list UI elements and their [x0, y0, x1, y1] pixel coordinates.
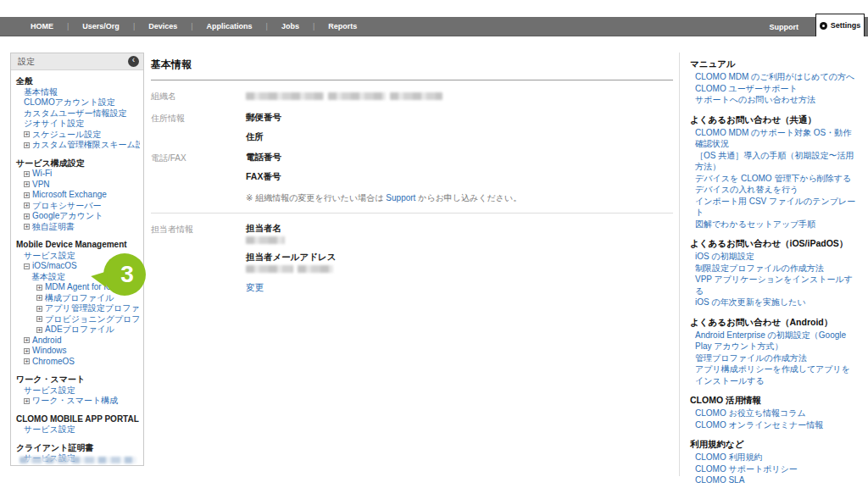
- sidebar-item-1-5[interactable]: +独自証明書: [16, 222, 140, 233]
- sidebar-item-0-3[interactable]: ジオサイト設定: [16, 119, 140, 130]
- sidebar-item-2-9[interactable]: +Windows: [16, 346, 140, 357]
- help-section-2: よくあるお問い合わせ（iOS/iPadOS）iOS の初期設定制限設定プロファイ…: [690, 237, 860, 308]
- sidebar-item-2-6[interactable]: +プロビジョニングプロファイル: [16, 314, 140, 325]
- help-link-1-2[interactable]: デバイスを CLOMO 管理下から削除する: [695, 173, 858, 185]
- expand-plus-icon[interactable]: +: [24, 171, 30, 177]
- help-link-1-5[interactable]: 図解でわかるセットアップ手順: [695, 219, 858, 230]
- expand-plus-icon[interactable]: +: [24, 142, 30, 148]
- expand-plus-icon[interactable]: +: [36, 295, 42, 301]
- help-link-0-1[interactable]: CLOMO ユーザーサポート: [695, 83, 858, 95]
- help-link-5-0[interactable]: CLOMO 利用規約: [695, 452, 858, 463]
- help-link-1-1[interactable]: ［OS 共通］導入の手順（初期設定〜活用方法）: [695, 150, 858, 173]
- sidebar-item-0-0[interactable]: 基本情報: [16, 87, 140, 98]
- help-link-2-2[interactable]: VPP アプリケーションをインストールする: [695, 274, 858, 297]
- nav-item-users-org[interactable]: Users/Org: [69, 22, 133, 30]
- help-section-title-5: 利用規約など: [690, 438, 860, 450]
- address-row: 住所情報 郵便番号 住所: [151, 112, 673, 142]
- sidebar-group-title-0: 全般: [16, 76, 140, 87]
- gear-icon: [820, 22, 827, 30]
- help-link-3-1[interactable]: 管理プロファイルの作成方法: [695, 352, 858, 364]
- sidebar-header: 設定: [11, 53, 143, 70]
- sidebar-item-2-7[interactable]: +ADEプロファイル: [16, 324, 140, 336]
- help-link-0-2[interactable]: サポートへのお問い合わせ方法: [695, 94, 858, 106]
- sidebar-item-3-0[interactable]: サービス設定: [16, 385, 140, 396]
- sidebar-item-1-3[interactable]: +プロキシサーバー: [16, 201, 140, 212]
- collapse-minus-icon[interactable]: −: [24, 263, 30, 269]
- help-section-title-4: CLOMO 活用情報: [690, 394, 860, 406]
- help-link-2-0[interactable]: iOS の初期設定: [695, 251, 858, 263]
- sidebar-item-1-0[interactable]: +Wi-Fi: [16, 169, 140, 180]
- expand-plus-icon[interactable]: +: [36, 316, 42, 322]
- sidebar-item-2-5[interactable]: +アプリ管理設定プロファイル: [16, 303, 140, 314]
- help-link-3-2[interactable]: アプリ構成ポリシーを作成してアプリをインストールする: [695, 363, 858, 386]
- sidebar-item-label: 基本情報: [24, 87, 58, 98]
- sidebar-item-label: 基本設定: [31, 272, 65, 283]
- help-section-title-2: よくあるお問い合わせ（iOS/iPadOS）: [690, 237, 860, 249]
- sidebar-group-title-5: クライアント証明書: [16, 443, 140, 454]
- help-link-1-0[interactable]: CLOMO MDM のサポート対象 OS・動作確認状況: [695, 127, 858, 150]
- sidebar-item-label: カスタムユーザー情報設定: [24, 108, 126, 119]
- nav-item-home[interactable]: HOME: [17, 22, 67, 30]
- collapse-sidebar-icon[interactable]: [128, 56, 139, 67]
- help-link-5-1[interactable]: CLOMO サポートポリシー: [695, 463, 858, 475]
- redacted-org-name: [246, 92, 673, 100]
- support-link[interactable]: Support: [770, 23, 799, 31]
- nav-item-devices[interactable]: Devices: [135, 22, 191, 30]
- expand-plus-icon[interactable]: +: [24, 181, 30, 187]
- nav-item-applications[interactable]: Applications: [193, 22, 266, 30]
- help-panel: マニュアルCLOMO MDM のご利用がはじめての方へCLOMO ユーザーサポー…: [679, 53, 860, 476]
- sidebar-group-title-2: Mobile Device Management: [16, 240, 140, 251]
- sidebar-item-0-5[interactable]: +カスタム管理権限スキーム設定: [16, 140, 140, 151]
- help-link-1-4[interactable]: インポート用 CSV ファイルのテンプレート: [695, 196, 858, 219]
- sidebar-item-1-4[interactable]: +Googleアカウント: [16, 211, 140, 222]
- sidebar-item-label: CLOMOアカウント設定: [24, 97, 115, 108]
- sidebar-item-label: カスタム管理権限スキーム設定: [32, 140, 140, 151]
- sidebar-item-label: サービス設定: [24, 385, 75, 396]
- sidebar-item-2-10[interactable]: +ChromeOS: [16, 357, 140, 368]
- expand-plus-icon[interactable]: +: [24, 348, 30, 354]
- help-link-3-0[interactable]: Android Enterprise の初期設定（Google Play アカウ…: [695, 330, 858, 352]
- sidebar-item-3-1[interactable]: +ワーク・スマート構成: [16, 396, 140, 407]
- expand-plus-icon[interactable]: +: [24, 192, 30, 198]
- expand-plus-icon[interactable]: +: [24, 358, 30, 364]
- expand-plus-icon[interactable]: +: [36, 285, 42, 291]
- sidebar-item-0-4[interactable]: +スケジュール設定: [16, 130, 140, 141]
- expand-plus-icon[interactable]: +: [24, 202, 30, 208]
- phone-fax-row: 電話/FAX 電話番号 FAX番号: [151, 152, 673, 182]
- help-link-4-0[interactable]: CLOMO お役立ち情報コラム: [695, 408, 858, 419]
- help-link-5-2[interactable]: CLOMO SLA: [695, 474, 858, 486]
- annotation-badge: 3: [103, 253, 146, 296]
- help-link-0-0[interactable]: CLOMO MDM のご利用がはじめての方へ: [695, 71, 858, 83]
- sidebar-item-label: Windows: [32, 346, 67, 357]
- expand-plus-icon[interactable]: +: [24, 398, 30, 404]
- contact-info-label: 担当者情報: [151, 223, 246, 294]
- expand-plus-icon[interactable]: +: [24, 337, 30, 343]
- change-link[interactable]: 変更: [246, 282, 264, 294]
- expand-plus-icon[interactable]: +: [24, 131, 30, 137]
- expand-plus-icon[interactable]: +: [24, 224, 30, 230]
- tel-number-label: 電話番号: [246, 152, 673, 163]
- nav-item-reports[interactable]: Reports: [314, 22, 370, 30]
- expand-plus-icon[interactable]: +: [36, 327, 42, 333]
- sidebar-item-4-0[interactable]: サービス設定: [16, 424, 140, 435]
- sidebar-item-1-1[interactable]: +VPN: [16, 180, 140, 191]
- help-section-3: よくあるお問い合わせ（Android）Android Enterprise の初…: [690, 316, 860, 387]
- expand-plus-icon[interactable]: +: [24, 214, 30, 219]
- contact-name-label: 担当者名: [246, 223, 673, 234]
- tab-settings[interactable]: Settings: [815, 14, 865, 36]
- help-section-4: CLOMO 活用情報CLOMO お役立ち情報コラムCLOMO オンラインセミナー…: [690, 394, 860, 430]
- help-link-2-1[interactable]: 制限設定プロファイルの作成方法: [695, 263, 858, 274]
- contact-row: 担当者情報 担当者名 担当者メールアドレス 変更: [151, 223, 673, 294]
- expand-plus-icon[interactable]: +: [36, 306, 42, 312]
- clipped-link-placeholder: [19, 457, 136, 463]
- sidebar-item-2-8[interactable]: +Android: [16, 336, 140, 347]
- sidebar-item-0-2[interactable]: カスタムユーザー情報設定: [16, 108, 140, 119]
- sidebar-item-0-1[interactable]: CLOMOアカウント設定: [16, 97, 140, 108]
- sidebar-item-1-2[interactable]: +Microsoft Exchange: [16, 190, 140, 201]
- help-link-1-3[interactable]: デバイスの入れ替えを行う: [695, 184, 858, 196]
- help-link-4-1[interactable]: CLOMO オンラインセミナー情報: [695, 419, 858, 431]
- support-note-link[interactable]: Support: [386, 193, 415, 202]
- sidebar-group-4: CLOMO MOBILE APP PORTALサービス設定: [16, 414, 140, 435]
- nav-item-jobs[interactable]: Jobs: [268, 22, 313, 30]
- help-link-2-3[interactable]: iOS の年次更新を実施したい: [695, 297, 858, 308]
